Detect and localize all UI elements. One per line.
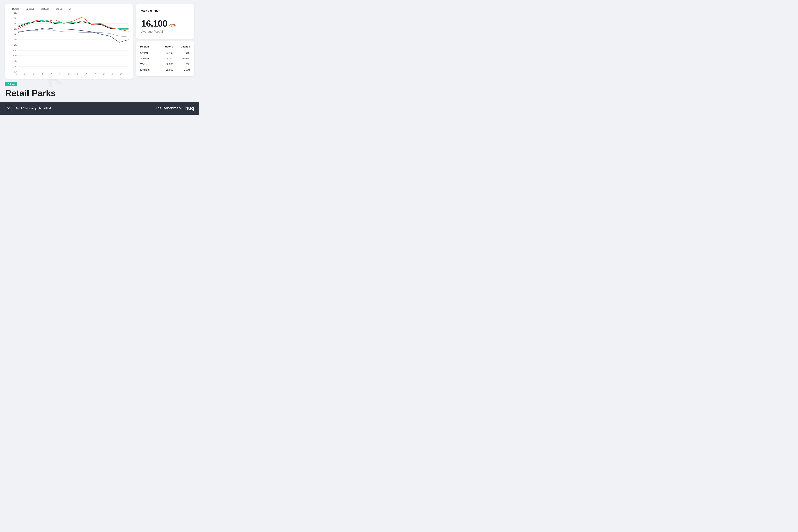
svg-text:2024-12-15: 2024-12-15 [89,72,96,75]
data-table: Region Week 9 Change Overall 16,100 -3% … [140,45,190,73]
chart-legend: Overall England Scotland Wales NI [8,8,129,10]
col-region: Region [140,45,158,50]
table-row: Overall 16,100 -3% [140,50,190,56]
legend-color-scotland [37,9,40,10]
metric-divider [141,15,189,15]
svg-text:2024-05-05: 2024-05-05 [19,72,26,75]
legend-color-england [22,9,25,10]
footer: Get it free every Thursday! The Benchmar… [0,102,199,115]
table-row: England 16,600 -2.1% [140,67,190,73]
cell-region: Scotland [140,56,158,61]
cell-change: -7% [173,61,190,67]
svg-text:2.0k: 2.0k [14,65,17,68]
svg-text:2024-10-20: 2024-10-20 [71,72,79,75]
cell-week9: 16,600 [158,67,173,73]
legend-scotland: Scotland [37,8,49,10]
legend-label-england: England [26,8,34,10]
svg-text:2025-03-09: 2025-03-09 [115,72,122,75]
svg-text:10k: 10k [14,44,17,46]
email-icon [5,106,12,111]
metric-value: 16,100 [141,18,167,28]
chart-area: .grid-line { stroke: #e8e8e8; stroke-wid… [8,12,129,75]
table-row: Scotland 14,700 -10.5% [140,56,190,61]
cell-change: -3% [173,50,190,56]
table-card: Region Week 9 Change Overall 16,100 -3% … [136,41,194,76]
svg-text:22k: 22k [14,12,17,14]
edition-title: Retail Parks [5,88,194,98]
footer-left: Get it free every Thursday! [5,106,51,111]
footer-brand-name: huq [185,106,194,111]
svg-text:2025-02-09: 2025-02-09 [106,72,114,75]
cell-region: England [140,67,158,73]
svg-text:2024-11-17: 2024-11-17 [80,72,88,75]
footer-brand-label: The Benchmark | [155,106,184,111]
cell-change: -10.5% [173,56,190,61]
legend-label-overall: Overall [12,8,19,10]
svg-text:2024-07-28: 2024-07-28 [45,72,53,75]
ni-line [18,29,129,37]
edition-section: Edition Retail Parks [5,82,194,98]
svg-text:18k: 18k [14,23,17,24]
svg-text:2025-01-12: 2025-01-12 [97,72,105,75]
legend-wales: Wales [52,8,62,10]
metric-card: Week 9, 2025 16,100 -3% Average Footfall [136,4,194,39]
right-panel: Week 9, 2025 16,100 -3% Average Footfall… [136,4,194,76]
legend-color-ni [65,9,68,10]
table-row: Wales 12,000 -7% [140,61,190,67]
cell-week9: 12,000 [158,61,173,67]
col-change: Change [173,45,190,50]
col-week9: Week 9 [158,45,173,50]
legend-overall: Overall [8,8,19,10]
chart-panel: Overall England Scotland Wales NI [5,4,133,79]
week-label: Week 9, 2025 [141,10,189,13]
legend-color-wales [52,9,55,10]
bottom-section: Edition Retail Parks [0,79,199,98]
legend-color-overall [8,9,11,10]
svg-text:2024-08-25: 2024-08-25 [54,72,61,75]
svg-text:4.0k: 4.0k [14,60,17,62]
svg-text:2024-06-02: 2024-06-02 [28,72,35,75]
cell-region: Wales [140,61,158,67]
legend-england: England [22,8,34,10]
scotland-line [18,17,129,31]
line-chart-svg: .grid-line { stroke: #e8e8e8; stroke-wid… [8,12,129,75]
legend-label-wales: Wales [56,8,62,10]
svg-text:2024-04-07: 2024-04-07 [10,72,18,75]
legend-label-scotland: Scotland [40,8,49,10]
svg-text:2024-06-30: 2024-06-30 [36,72,44,75]
metric-value-row: 16,100 -3% [141,18,189,28]
legend-label-ni: NI [69,8,71,10]
svg-text:6.0k: 6.0k [14,55,17,57]
svg-text:16k: 16k [14,28,17,30]
legend-ni: NI [65,8,71,10]
cell-region: Overall [140,50,158,56]
svg-text:14k: 14k [14,33,17,35]
cell-week9: 14,700 [158,56,173,61]
cell-change: -2.1% [173,67,190,73]
svg-text:8.0k: 8.0k [14,50,17,51]
cell-week9: 16,100 [158,50,173,56]
edition-badge: Edition [5,82,17,86]
footer-right: The Benchmark | huq [155,106,194,111]
metric-label: Average Footfall [141,30,189,34]
svg-text:12k: 12k [14,39,17,41]
footer-cta: Get it free every Thursday! [15,107,51,110]
svg-text:2024-09-22: 2024-09-22 [63,72,70,75]
svg-text:20k: 20k [14,17,17,19]
wales-line [18,28,129,42]
metric-change: -3% [169,23,176,27]
